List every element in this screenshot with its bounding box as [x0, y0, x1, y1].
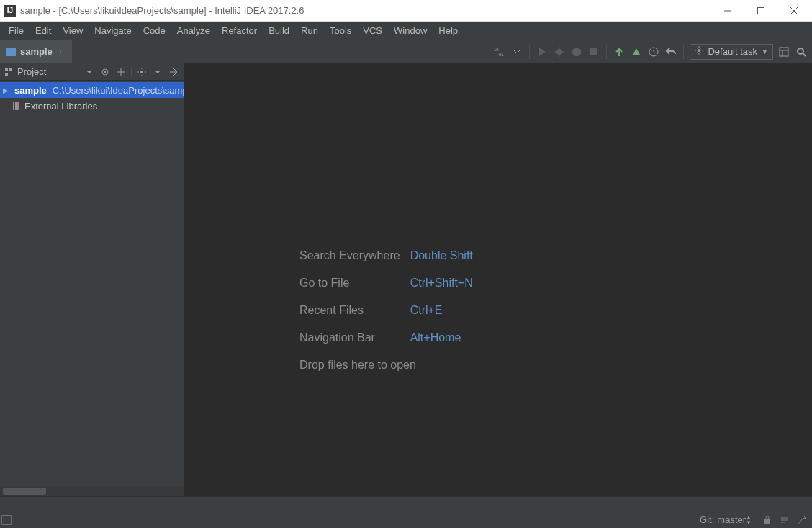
menu-view[interactable]: View — [57, 22, 89, 40]
menu-tools[interactable]: Tools — [324, 22, 357, 40]
project-panel-title: Project — [17, 66, 46, 77]
menu-build[interactable]: Build — [263, 22, 295, 40]
gear-icon — [695, 46, 703, 57]
editor-tips: Search Everywhere Double Shift Go to Fil… — [299, 249, 473, 372]
menu-refactor[interactable]: Refactor — [216, 22, 263, 40]
divider — [606, 45, 607, 59]
app-icon: IJ — [4, 5, 16, 17]
git-label: Git: — [700, 514, 714, 525]
menu-help[interactable]: Help — [433, 22, 464, 40]
tree-root-name: sample — [14, 85, 47, 96]
window-title: sample - [C:\Users\likui\IdeaProjects\sa… — [20, 5, 304, 16]
vcs-update-icon[interactable] — [613, 45, 626, 58]
project-structure-icon — [4, 68, 13, 76]
svg-rect-7 — [780, 48, 788, 56]
svg-text:10: 10 — [494, 48, 499, 52]
svg-rect-9 — [5, 68, 8, 71]
tip-goto-key: Ctrl+Shift+N — [410, 277, 473, 290]
menu-file[interactable]: File — [3, 22, 30, 40]
project-tool-window: Project ▶ sample C:\Users\likui\IdeaProj… — [0, 63, 184, 496]
chevron-down-icon: ▼ — [762, 48, 768, 55]
tip-drop: Drop files here to open — [299, 359, 473, 372]
svg-rect-0 — [758, 7, 764, 14]
goto-line-icon[interactable] — [779, 514, 790, 526]
layout-settings-icon[interactable] — [777, 45, 790, 58]
expand-triangle-icon[interactable]: ▶ — [3, 86, 9, 94]
svg-rect-11 — [5, 73, 8, 76]
search-icon[interactable] — [795, 45, 808, 58]
window-close-button[interactable] — [777, 1, 811, 21]
debug-icon[interactable] — [553, 45, 566, 58]
settings-dropdown-icon[interactable] — [152, 66, 163, 78]
svg-text:01: 01 — [499, 53, 504, 57]
project-tree[interactable]: ▶ sample C:\Users\likui\IdeaProjects\sam… — [0, 81, 184, 486]
tip-navbar-key: Alt+Home — [410, 331, 473, 344]
svg-rect-10 — [9, 68, 12, 71]
svg-point-8 — [798, 48, 803, 54]
git-branch[interactable]: master — [717, 514, 746, 525]
tip-recent-key: Ctrl+E — [410, 304, 473, 317]
divider — [131, 67, 132, 77]
svg-point-13 — [104, 71, 106, 73]
library-icon — [13, 102, 19, 110]
notifications-icon[interactable] — [796, 514, 808, 526]
main-area: Project ▶ sample C:\Users\likui\IdeaProj… — [0, 63, 812, 496]
window-maximize-button[interactable] — [744, 1, 777, 21]
vcs-commit-icon[interactable] — [630, 45, 643, 58]
menu-vcs[interactable]: VCS — [357, 22, 388, 40]
tip-navbar-label: Navigation Bar — [299, 331, 400, 344]
tip-goto-label: Go to File — [299, 277, 400, 290]
vcs-history-icon[interactable] — [647, 45, 660, 58]
status-bar: Git: master ▲▼ — [0, 511, 812, 528]
menu-code[interactable]: Code — [137, 22, 171, 40]
svg-rect-15 — [764, 519, 770, 524]
menu-navigate[interactable]: Navigate — [89, 22, 137, 40]
project-tree-hscrollbar[interactable] — [0, 486, 184, 496]
tip-search-label: Search Everywhere — [299, 249, 400, 262]
run-config-dropdown-icon[interactable] — [510, 45, 523, 58]
divider — [683, 45, 684, 59]
svg-rect-4 — [590, 48, 597, 55]
divider — [529, 45, 530, 59]
editor-empty-state[interactable]: Search Everywhere Double Shift Go to Fil… — [184, 63, 812, 496]
svg-point-14 — [140, 71, 143, 73]
menu-edit[interactable]: Edit — [30, 22, 57, 40]
view-mode-dropdown-icon[interactable] — [84, 66, 95, 78]
run-icon[interactable] — [536, 45, 549, 58]
task-selector[interactable]: Default task ▼ — [690, 44, 773, 60]
menu-window[interactable]: Window — [388, 22, 433, 40]
breadcrumb[interactable]: sample 〉 — [0, 40, 72, 63]
menu-run[interactable]: Run — [295, 22, 324, 40]
lock-icon[interactable] — [762, 514, 773, 526]
task-selector-label: Default task — [708, 46, 757, 57]
tip-recent-label: Recent Files — [299, 304, 400, 317]
svg-point-3 — [556, 49, 562, 55]
collapse-all-icon[interactable] — [115, 66, 127, 78]
tree-root-path: C:\Users\likui\IdeaProjects\sample — [53, 85, 184, 96]
settings-gear-icon[interactable] — [136, 66, 148, 78]
window-titlebar: IJ sample - [C:\Users\likui\IdeaProjects… — [0, 0, 812, 22]
tree-external-libraries-label: External Libraries — [24, 101, 97, 112]
git-branch-dropdown-icon[interactable]: ▲▼ — [746, 515, 752, 525]
tool-window-bottom-bar — [0, 496, 812, 511]
window-minimize-button[interactable] — [711, 1, 744, 21]
tool-windows-toggle-icon[interactable] — [1, 515, 12, 525]
scroll-to-source-icon[interactable] — [99, 66, 111, 78]
menu-analyze[interactable]: Analyze — [171, 22, 216, 40]
project-panel-header: Project — [0, 63, 184, 81]
tip-search-key: Double Shift — [410, 249, 473, 262]
menu-bar: File Edit View Navigate Code Analyze Ref… — [0, 22, 812, 40]
coverage-icon[interactable] — [570, 45, 583, 58]
tree-external-libraries[interactable]: External Libraries — [0, 98, 184, 114]
toggle-binary-icon[interactable]: 1001 — [493, 45, 506, 58]
breadcrumb-root: sample — [20, 46, 53, 57]
tree-root-node[interactable]: ▶ sample C:\Users\likui\IdeaProjects\sam… — [0, 82, 184, 98]
navigation-toolbar: sample 〉 1001 Default task ▼ — [0, 40, 812, 63]
undo-icon[interactable] — [664, 45, 677, 58]
chevron-right-icon: 〉 — [58, 46, 66, 57]
hide-panel-icon[interactable] — [168, 66, 179, 78]
folder-icon — [6, 48, 16, 56]
stop-icon[interactable] — [587, 45, 600, 58]
svg-point-6 — [698, 49, 700, 52]
